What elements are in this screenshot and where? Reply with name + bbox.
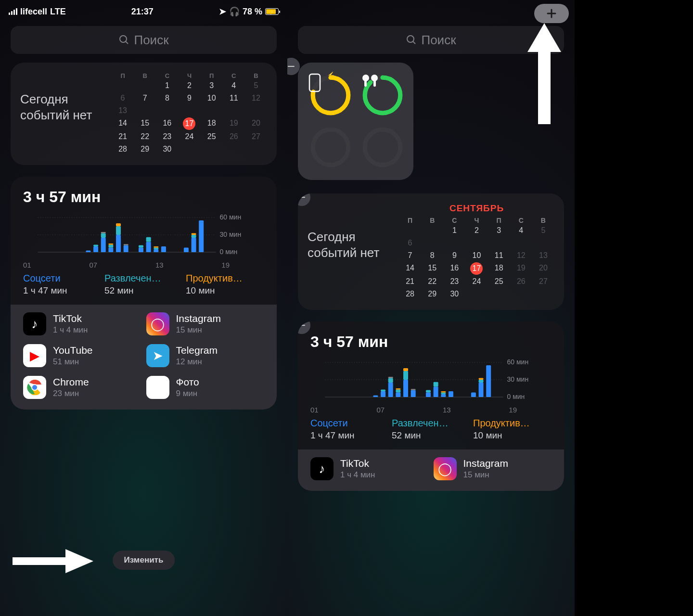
svg-rect-6 <box>93 246 98 252</box>
svg-rect-62 <box>388 383 393 397</box>
svg-text:60 мин: 60 мин <box>220 213 242 221</box>
svg-point-43 <box>407 36 414 42</box>
battery-percent: 78 % <box>243 7 262 17</box>
svg-rect-66 <box>396 389 400 392</box>
svg-rect-59 <box>373 395 378 397</box>
svg-rect-73 <box>426 392 431 397</box>
svg-point-37 <box>32 385 38 390</box>
calendar-widget[interactable]: Сегодня событий нет ПВСЧПСВ 12345 678910… <box>11 63 277 165</box>
search-input[interactable]: Поиск <box>11 26 277 54</box>
status-bar: lifecell LTE 21:37 ➤ 🎧 78 % ⚡ <box>0 0 287 21</box>
svg-rect-8 <box>101 238 106 252</box>
svg-rect-63 <box>388 378 393 383</box>
plus-icon <box>546 8 557 19</box>
svg-rect-85 <box>486 365 491 397</box>
network-label: LTE <box>50 7 66 17</box>
svg-line-44 <box>413 41 415 44</box>
app-row[interactable]: ▶ YouTube51 мин <box>23 344 141 367</box>
app-row[interactable]: ✿ Фото9 мин <box>146 376 265 399</box>
svg-point-55 <box>365 129 400 165</box>
app-row[interactable]: ◯ Instagram15 мин <box>146 312 265 335</box>
search-icon <box>118 34 130 46</box>
svg-rect-71 <box>411 390 416 397</box>
svg-rect-7 <box>93 244 98 246</box>
svg-text:30 мин: 30 мин <box>220 231 242 238</box>
svg-rect-11 <box>108 247 113 252</box>
svg-point-54 <box>313 129 348 165</box>
no-events-label: Сегодня событий нет <box>20 72 107 155</box>
battery-ring-empty <box>360 125 405 169</box>
svg-rect-74 <box>426 390 431 393</box>
svg-rect-26 <box>161 246 166 252</box>
svg-rect-61 <box>381 389 385 391</box>
svg-rect-13 <box>108 244 113 244</box>
screentime-chart: 60 мин 30 мин 0 мин 01 07 13 19 <box>23 211 264 269</box>
clock: 21:37 <box>131 7 154 17</box>
svg-rect-23 <box>154 249 158 252</box>
screentime-chart: 60 мин 30 мин 0 мин 01071319 <box>310 356 552 414</box>
tiktok-icon: ♪ <box>310 457 334 480</box>
svg-marker-42 <box>527 23 561 124</box>
screentime-total: 3 ч 57 мин <box>310 333 552 351</box>
svg-rect-78 <box>441 392 446 394</box>
youtube-icon: ▶ <box>23 344 46 367</box>
svg-rect-47 <box>309 74 320 91</box>
svg-rect-77 <box>441 394 446 397</box>
edit-button[interactable]: Изменить <box>113 551 175 570</box>
annotation-arrow-icon <box>527 23 561 124</box>
add-widget-button[interactable] <box>534 4 569 23</box>
svg-text:0 мин: 0 мин <box>507 393 525 400</box>
svg-rect-64 <box>388 377 393 378</box>
svg-rect-53 <box>373 80 376 87</box>
svg-rect-17 <box>124 245 128 252</box>
app-row[interactable]: ♪ TikTok1 ч 4 мин <box>23 312 141 335</box>
svg-rect-19 <box>139 247 143 252</box>
svg-rect-69 <box>403 371 408 380</box>
svg-rect-18 <box>124 244 128 245</box>
headphones-icon: 🎧 <box>229 6 240 17</box>
svg-rect-12 <box>108 244 113 247</box>
weekday-header: ПВСЧПСВ <box>112 72 267 79</box>
svg-text:0 мин: 0 мин <box>220 248 238 256</box>
app-row[interactable]: ♪ TikTok1 ч 4 мин <box>310 457 429 480</box>
calendar-widget[interactable]: − Сегодня событий нет СЕНТЯБРЬ ПВСЧПСВ 1… <box>298 193 564 310</box>
svg-line-1 <box>126 41 128 44</box>
right-panel: Поиск − ⚡ − Сегодня событий нет <box>287 0 575 616</box>
svg-rect-68 <box>403 380 408 397</box>
svg-marker-39 <box>65 549 93 573</box>
annotation-arrow-icon <box>13 547 94 576</box>
month-label: СЕНТЯБРЬ <box>399 203 554 214</box>
carrier-label: lifecell <box>20 7 47 17</box>
svg-rect-75 <box>434 386 438 397</box>
remove-widget-button[interactable]: − <box>298 321 310 334</box>
app-row[interactable]: Chrome23 мин <box>23 376 141 399</box>
screentime-widget[interactable]: − 3 ч 57 мин 60 мин 30 мин 0 мин 0107131… <box>298 321 564 491</box>
batteries-widget[interactable]: − ⚡ <box>298 63 413 180</box>
svg-rect-30 <box>192 233 196 235</box>
svg-rect-14 <box>116 235 121 252</box>
instagram-icon: ◯ <box>434 457 457 480</box>
svg-rect-10 <box>101 232 106 233</box>
svg-point-0 <box>120 36 127 42</box>
app-row[interactable]: ◯ Instagram15 мин <box>434 457 552 480</box>
chrome-icon <box>23 376 46 399</box>
svg-rect-79 <box>441 391 446 392</box>
battery-ring-airpods <box>360 73 405 117</box>
remove-widget-button[interactable]: − <box>287 58 300 75</box>
screentime-categories: Соцсети1 ч 47 мин Развлечен…52 мин Проду… <box>23 273 264 296</box>
left-panel: lifecell LTE 21:37 ➤ 🎧 78 % ⚡ Поиск Сего… <box>0 0 287 616</box>
svg-rect-81 <box>471 392 476 397</box>
tiktok-icon: ♪ <box>23 312 46 335</box>
svg-rect-76 <box>434 382 438 387</box>
screentime-widget[interactable]: 3 ч 57 мин 60 мин 30 мин 0 мин 01 07 13 … <box>11 177 277 410</box>
search-input[interactable]: Поиск <box>298 26 564 54</box>
svg-rect-84 <box>479 378 484 380</box>
svg-rect-83 <box>479 380 484 383</box>
svg-rect-16 <box>116 223 121 226</box>
svg-rect-29 <box>192 235 196 238</box>
calendar-grid: СЕНТЯБРЬ ПВСЧПСВ 123456 78910111213 1415… <box>399 203 554 300</box>
svg-rect-22 <box>146 237 151 242</box>
svg-rect-5 <box>86 250 90 252</box>
app-row[interactable]: ➤ Telegram12 мин <box>146 344 265 367</box>
today-marker: 17 <box>183 117 195 130</box>
